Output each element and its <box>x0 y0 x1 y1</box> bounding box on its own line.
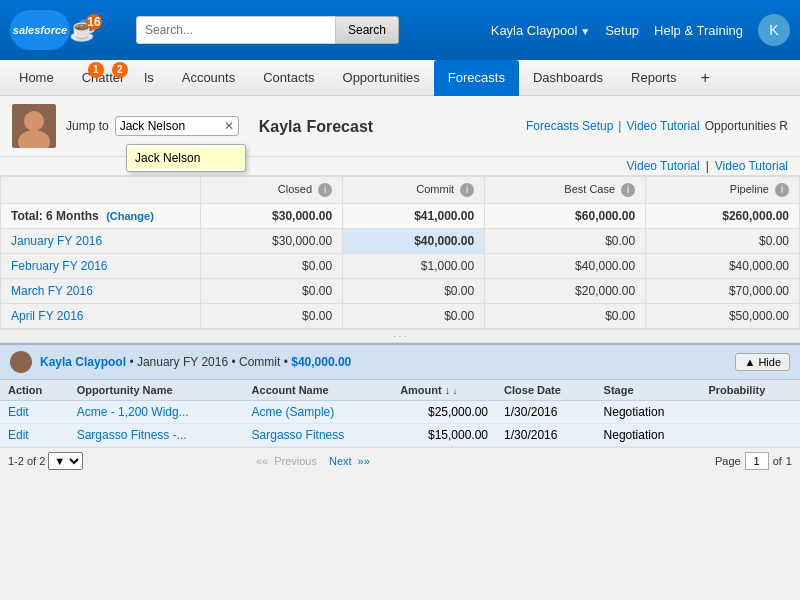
account-link-2[interactable]: Sargasso Fitness <box>252 428 345 442</box>
tab-reports[interactable]: Reports <box>617 60 691 96</box>
forecast-header: Jump to ✕ Jack Nelson Kayla Forecast For… <box>0 96 800 157</box>
tab-ls[interactable]: ls <box>130 60 167 96</box>
hide-icon: ▲ <box>744 356 755 368</box>
clear-x-icon[interactable]: ✕ <box>224 119 234 133</box>
page-number-input[interactable] <box>745 452 769 470</box>
page-label: Page <box>715 455 741 467</box>
col-header-commit: Commit i <box>343 177 485 204</box>
opp-name-link-1[interactable]: Acme - 1,200 Widg... <box>77 405 189 419</box>
forecasts-setup-link2[interactable]: Video Tutorial <box>627 159 700 173</box>
next-page-btn[interactable]: Next <box>329 455 352 467</box>
closed-info-icon[interactable]: i <box>318 183 332 197</box>
jump-label: Jump to <box>66 119 109 133</box>
tab-accounts[interactable]: Accounts <box>168 60 249 96</box>
feb-closed: $0.00 <box>201 254 343 279</box>
forecast-word: Fore <box>306 118 341 135</box>
top-links: Forecasts Setup | Video Tutorial Opportu… <box>526 119 788 133</box>
tab-chatter[interactable]: Chatter 1 2 <box>68 60 131 96</box>
feb-period: February FY 2016 <box>1 254 201 279</box>
close-date-1: 1/30/2016 <box>496 401 596 424</box>
bottom-user: Kayla Claypool <box>40 355 126 369</box>
header-avatar[interactable]: K <box>758 14 790 46</box>
forecast-title-suffix: cast <box>341 118 373 135</box>
hide-button[interactable]: ▲ Hide <box>735 353 790 371</box>
opp-name-1: Acme - 1,200 Widg... <box>69 401 244 424</box>
bottom-avatar <box>10 351 32 373</box>
apr-closed: $0.00 <box>201 304 343 329</box>
jan-pipeline: $0.00 <box>646 229 800 254</box>
apr-period: April FY 2016 <box>1 304 201 329</box>
tab-dashboards[interactable]: Dashboards <box>519 60 617 96</box>
jan-commit: $40,000.00 <box>343 229 485 254</box>
jan-bestcase: $0.00 <box>485 229 646 254</box>
bottom-type: Commit <box>239 355 280 369</box>
total-pipeline: $260,000.00 <box>646 204 800 229</box>
total-closed: $30,000.00 <box>201 204 343 229</box>
account-link-1[interactable]: Acme (Sample) <box>252 405 335 419</box>
search-button[interactable]: Search <box>336 16 399 44</box>
stage-2: Negotiation <box>596 424 701 447</box>
header-nav: Kayla Claypool Setup Help & Training K <box>491 14 790 46</box>
feb-pipeline: $40,000.00 <box>646 254 800 279</box>
account-name-1: Acme (Sample) <box>244 401 393 424</box>
opp-name-link-2[interactable]: Sargasso Fitness -... <box>77 428 187 442</box>
bestcase-info-icon[interactable]: i <box>621 183 635 197</box>
badge-1: 1 <box>88 62 104 78</box>
apr-bestcase: $0.00 <box>485 304 646 329</box>
help-training-link[interactable]: Help & Training <box>654 23 743 38</box>
opportunities-table: Action Opportunity Name Account Name Amo… <box>0 380 800 447</box>
opp-right-label: Opportunities R <box>705 119 788 133</box>
edit-link-2[interactable]: Edit <box>8 428 29 442</box>
version-badge: 16 <box>86 14 102 30</box>
amount-2: $15,000.00 <box>392 424 496 447</box>
pipeline-info-icon[interactable]: i <box>775 183 789 197</box>
col-probability: Probability <box>700 380 800 401</box>
close-date-2: 1/30/2016 <box>496 424 596 447</box>
sf-text: salesforce <box>13 24 67 36</box>
setup-link[interactable]: Setup <box>605 23 639 38</box>
col-header-period <box>1 177 201 204</box>
table-footer: 1-2 of 2 ▼ «« Previous Next »» Page of 1 <box>0 447 800 474</box>
forecast-table: Closed i Commit i Best Case i Pipeline i… <box>0 176 800 329</box>
edit-link-1[interactable]: Edit <box>8 405 29 419</box>
nav-bar: Home Chatter 1 2 ls Accounts Contacts Op… <box>0 60 800 96</box>
horizontal-scroll-bar[interactable]: · · · <box>0 329 800 343</box>
pagination-count: 1-2 of 2 ▼ <box>8 452 83 470</box>
jump-to-input[interactable] <box>120 119 220 133</box>
change-link[interactable]: (Change) <box>106 210 154 222</box>
total-pages: 1 <box>786 455 792 467</box>
autocomplete-item[interactable]: Jack Nelson <box>127 147 245 169</box>
opp-action-1: Edit <box>0 401 69 424</box>
total-label: Total: 6 Months (Change) <box>1 204 201 229</box>
user-name[interactable]: Kayla Claypool <box>491 23 590 38</box>
jan-period: January FY 2016 <box>1 229 201 254</box>
search-input[interactable] <box>136 16 336 44</box>
hide-label: Hide <box>758 356 781 368</box>
commit-info-icon[interactable]: i <box>460 183 474 197</box>
bottom-panel-header: Kayla Claypool • January FY 2016 • Commi… <box>0 345 800 380</box>
forecast-title: Kayla Forecast <box>259 116 373 137</box>
bottom-period: January FY 2016 <box>137 355 228 369</box>
bottom-amount: $40,000.00 <box>291 355 351 369</box>
forecasts-setup-link[interactable]: Forecasts Setup <box>526 119 613 133</box>
prev-page-btn[interactable]: Previous <box>274 455 317 467</box>
tab-contacts[interactable]: Contacts <box>249 60 328 96</box>
table-row: Edit Acme - 1,200 Widg... Acme (Sample) … <box>0 401 800 424</box>
opp-name-2: Sargasso Fitness -... <box>69 424 244 447</box>
count-dropdown[interactable]: ▼ <box>48 452 83 470</box>
first-page-btn[interactable]: «« <box>256 455 268 467</box>
add-tab-button[interactable]: + <box>691 61 720 95</box>
app-header: salesforce ☕ 16 Search Kayla Claypool Se… <box>0 0 800 60</box>
tab-home[interactable]: Home <box>5 60 68 96</box>
col-action: Action <box>0 380 69 401</box>
col-header-closed: Closed i <box>201 177 343 204</box>
tab-opportunities[interactable]: Opportunities <box>329 60 434 96</box>
tab-forecasts[interactable]: Forecasts <box>434 60 519 96</box>
mar-pipeline: $70,000.00 <box>646 279 800 304</box>
account-name-2: Sargasso Fitness <box>244 424 393 447</box>
mar-period: March FY 2016 <box>1 279 201 304</box>
last-page-btn[interactable]: »» <box>358 455 370 467</box>
march-row: March FY 2016 $0.00 $0.00 $20,000.00 $70… <box>1 279 800 304</box>
video-tutorial-link2[interactable]: Video Tutorial <box>715 159 788 173</box>
video-tutorial-link[interactable]: Video Tutorial <box>626 119 699 133</box>
